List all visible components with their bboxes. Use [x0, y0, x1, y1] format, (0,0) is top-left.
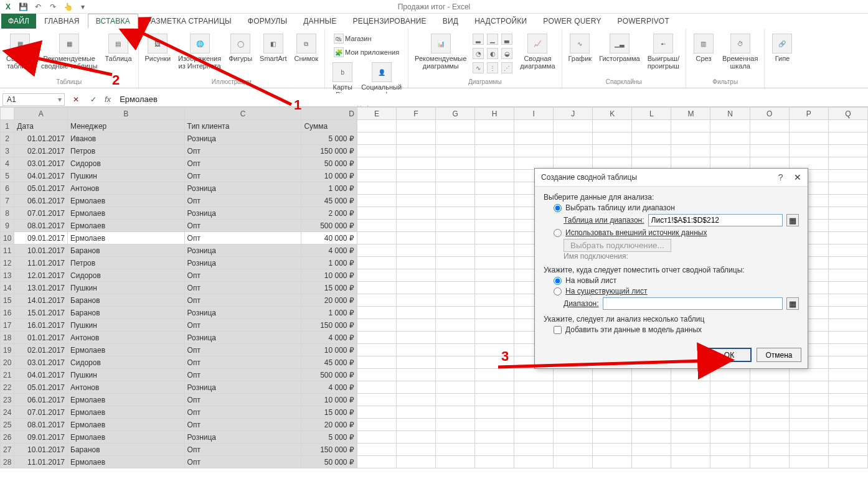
formula-input[interactable] — [116, 93, 868, 106]
cell[interactable]: 11.01.2017 — [14, 257, 68, 269]
cell[interactable] — [789, 431, 828, 444]
cell[interactable] — [710, 419, 750, 431]
cell[interactable]: 10 000 ₽ — [301, 394, 357, 406]
cell[interactable]: Пушкин — [68, 170, 185, 182]
cell[interactable]: 01.01.2017 — [14, 332, 68, 344]
cell[interactable]: 45 000 ₽ — [301, 356, 357, 369]
column-header-A[interactable]: A — [14, 108, 68, 120]
cell[interactable] — [357, 307, 396, 319]
cell[interactable] — [828, 133, 867, 145]
radio-new-sheet-input[interactable] — [554, 277, 562, 285]
cell[interactable] — [828, 406, 867, 419]
cell[interactable]: Опт — [184, 269, 301, 282]
cell[interactable]: 08.01.2017 — [14, 419, 68, 431]
cell[interactable] — [475, 419, 514, 431]
cell[interactable]: Антонов — [68, 182, 185, 195]
cell[interactable] — [396, 456, 435, 468]
cell[interactable]: 06.01.2017 — [14, 394, 68, 406]
cell[interactable] — [396, 257, 435, 269]
cell[interactable] — [750, 133, 789, 145]
cell[interactable] — [357, 394, 396, 406]
cell[interactable] — [632, 444, 671, 456]
cell[interactable] — [357, 120, 396, 133]
cell[interactable] — [828, 207, 867, 220]
column-header-E[interactable]: E — [357, 108, 396, 120]
cell[interactable] — [436, 195, 475, 207]
cell[interactable] — [396, 195, 435, 207]
cell[interactable] — [396, 207, 435, 220]
shapes-button[interactable]: ◯Фигуры — [226, 32, 255, 63]
cell[interactable] — [710, 145, 750, 157]
cell[interactable] — [436, 294, 475, 307]
cell[interactable] — [436, 282, 475, 294]
cell[interactable] — [396, 419, 435, 431]
column-header-J[interactable]: J — [554, 108, 593, 120]
cell[interactable] — [554, 145, 593, 157]
chart-type-icon[interactable]: ⋰ — [501, 62, 512, 73]
cell[interactable] — [357, 232, 396, 244]
cell[interactable]: 02.01.2017 — [14, 344, 68, 356]
radio-select-range[interactable]: Выбрать таблицу или диапазон — [554, 203, 799, 212]
cell[interactable] — [475, 394, 514, 406]
cell[interactable]: Опт — [184, 344, 301, 356]
tab-view[interactable]: ВИД — [435, 14, 466, 29]
cell[interactable] — [475, 145, 514, 157]
cell[interactable]: Розница — [184, 381, 301, 394]
cell[interactable] — [671, 369, 710, 381]
cell[interactable] — [828, 381, 867, 394]
cell[interactable] — [436, 344, 475, 356]
cell[interactable]: Ермолаев — [68, 195, 185, 207]
cell[interactable] — [632, 419, 671, 431]
cell[interactable] — [828, 307, 867, 319]
cell[interactable] — [750, 120, 789, 133]
row-header[interactable]: 16 — [1, 307, 14, 319]
cell[interactable] — [828, 319, 867, 332]
column-header-C[interactable]: C — [184, 108, 301, 120]
cell[interactable] — [593, 444, 632, 456]
cell[interactable]: 150 000 ₽ — [301, 319, 357, 332]
cell[interactable]: 04.01.2017 — [14, 369, 68, 381]
cell[interactable] — [828, 282, 867, 294]
cell[interactable]: 50 000 ₽ — [301, 456, 357, 468]
row-header[interactable]: 3 — [1, 145, 14, 157]
cell[interactable] — [436, 120, 475, 133]
cell[interactable]: Опт — [184, 157, 301, 170]
cell[interactable] — [789, 133, 828, 145]
recommended-pivot-button[interactable]: ▦ Рекомендуемые сводные таблицы — [39, 32, 100, 71]
cell[interactable]: Опт — [184, 356, 301, 369]
cell[interactable] — [554, 381, 593, 394]
cell[interactable] — [475, 207, 514, 220]
cell[interactable] — [828, 444, 867, 456]
row-header[interactable]: 11 — [1, 244, 14, 257]
cell[interactable] — [475, 369, 514, 381]
row-header[interactable]: 2 — [1, 133, 14, 145]
cell[interactable] — [750, 444, 789, 456]
cell[interactable]: 09.01.2017 — [14, 232, 68, 244]
column-header-F[interactable]: F — [396, 108, 435, 120]
row-header[interactable]: 4 — [1, 157, 14, 170]
cell[interactable] — [593, 456, 632, 468]
cell[interactable]: Ермолаев — [68, 406, 185, 419]
cell[interactable]: Пушкин — [68, 369, 185, 381]
cell[interactable]: 15 000 ₽ — [301, 282, 357, 294]
cell[interactable] — [750, 381, 789, 394]
ok-button[interactable]: ОК — [707, 348, 752, 362]
cell[interactable]: 07.01.2017 — [14, 207, 68, 220]
cell[interactable] — [593, 406, 632, 419]
cell[interactable] — [475, 381, 514, 394]
radio-external-source[interactable]: Использовать внешний источник данных — [554, 228, 799, 237]
name-box[interactable]: A1 ▾ — [2, 93, 65, 106]
cell[interactable]: 5 000 ₽ — [301, 431, 357, 444]
cell[interactable] — [789, 456, 828, 468]
checkbox-data-model-input[interactable] — [554, 326, 562, 334]
cell[interactable]: Пушкин — [68, 282, 185, 294]
cell[interactable] — [436, 419, 475, 431]
cell[interactable]: 10 000 ₽ — [301, 269, 357, 282]
cell[interactable]: 16.01.2017 — [14, 319, 68, 332]
cell[interactable]: Сидоров — [68, 356, 185, 369]
cell[interactable] — [514, 431, 554, 444]
cell[interactable] — [475, 431, 514, 444]
cell[interactable] — [750, 369, 789, 381]
tab-review[interactable]: РЕЦЕНЗИРОВАНИЕ — [345, 14, 435, 29]
cell[interactable]: Опт — [184, 419, 301, 431]
